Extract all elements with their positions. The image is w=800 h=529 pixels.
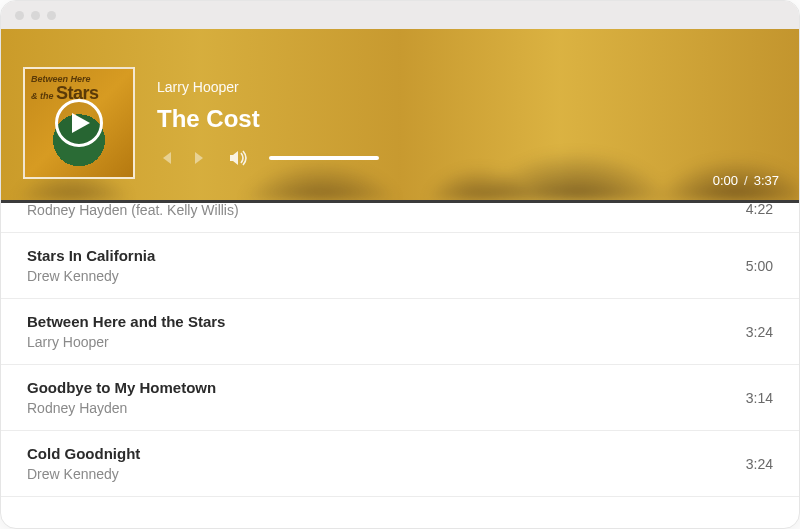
window-dot-max[interactable] xyxy=(47,11,56,20)
track-duration: 3:24 xyxy=(746,324,773,340)
track-duration: 5:00 xyxy=(746,258,773,274)
tracklist-wrap: I Drink to RememberRodney Hayden (feat. … xyxy=(1,203,799,528)
track-title: Stars In California xyxy=(27,247,155,264)
track-row[interactable]: Stars In CaliforniaDrew Kennedy5:00 xyxy=(1,233,799,299)
prev-button[interactable] xyxy=(157,150,173,166)
track-duration: 4:22 xyxy=(746,203,773,217)
track-artist: Rodney Hayden (feat. Kelly Willis) xyxy=(27,203,239,218)
time-total: 3:37 xyxy=(754,173,779,188)
track-duration: 3:24 xyxy=(746,456,773,472)
track-row[interactable]: I Drink to RememberRodney Hayden (feat. … xyxy=(1,203,799,233)
now-playing-meta: Larry Hooper The Cost xyxy=(157,79,379,167)
track-title: Between Here and the Stars xyxy=(27,313,225,330)
list-spacer xyxy=(1,497,799,528)
track-title: Goodbye to My Hometown xyxy=(27,379,216,396)
track-row-left: Cold GoodnightDrew Kennedy xyxy=(27,445,140,482)
now-playing-track: The Cost xyxy=(157,105,379,133)
window-titlebar xyxy=(1,1,799,29)
track-artist: Drew Kennedy xyxy=(27,268,155,284)
tracklist[interactable]: I Drink to RememberRodney Hayden (feat. … xyxy=(1,203,799,528)
track-artist: Larry Hooper xyxy=(27,334,225,350)
next-button[interactable] xyxy=(193,150,209,166)
track-title: Cold Goodnight xyxy=(27,445,140,462)
volume-icon[interactable] xyxy=(229,149,249,167)
album-play-overlay[interactable] xyxy=(25,69,133,177)
now-playing-artist: Larry Hooper xyxy=(157,79,379,95)
time-separator: / xyxy=(744,173,748,188)
track-row-left: Between Here and the StarsLarry Hooper xyxy=(27,313,225,350)
window-dot-close[interactable] xyxy=(15,11,24,20)
track-duration: 3:14 xyxy=(746,390,773,406)
playback-time: 0:00 / 3:37 xyxy=(713,173,779,188)
track-row[interactable]: Goodbye to My HometownRodney Hayden3:14 xyxy=(1,365,799,431)
track-row[interactable]: Cold GoodnightDrew Kennedy3:24 xyxy=(1,431,799,497)
album-art[interactable]: Between Here & the Stars xyxy=(23,67,135,179)
player-header: Between Here & the Stars Larry Hooper Th… xyxy=(1,29,799,203)
app-window: Between Here & the Stars Larry Hooper Th… xyxy=(0,0,800,529)
play-icon xyxy=(55,99,103,147)
track-artist: Drew Kennedy xyxy=(27,466,140,482)
track-row-left: I Drink to RememberRodney Hayden (feat. … xyxy=(27,203,239,218)
time-current: 0:00 xyxy=(713,173,738,188)
track-row-left: Stars In CaliforniaDrew Kennedy xyxy=(27,247,155,284)
volume-slider[interactable] xyxy=(269,156,379,160)
player-controls xyxy=(157,149,379,167)
track-row-left: Goodbye to My HometownRodney Hayden xyxy=(27,379,216,416)
track-row[interactable]: Between Here and the StarsLarry Hooper3:… xyxy=(1,299,799,365)
player-inner: Between Here & the Stars Larry Hooper Th… xyxy=(1,29,799,200)
window-dot-min[interactable] xyxy=(31,11,40,20)
track-artist: Rodney Hayden xyxy=(27,400,216,416)
